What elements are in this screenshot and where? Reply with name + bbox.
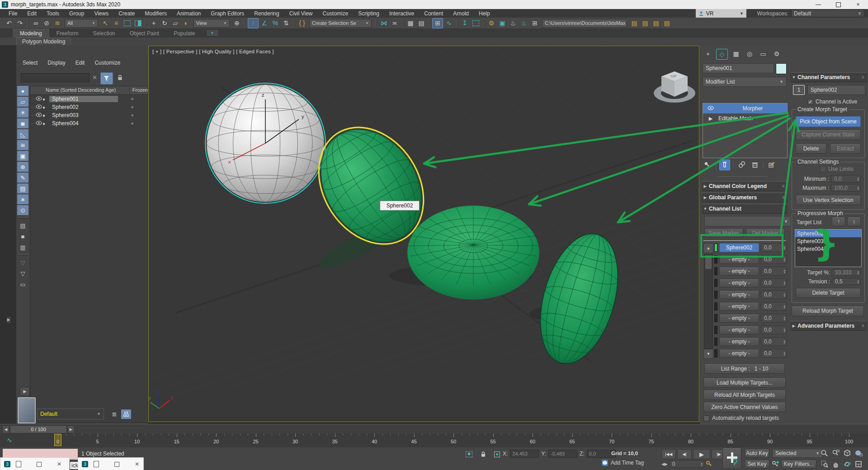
user-account-dropdown[interactable]: VR ▼ [696,9,746,18]
viewport-canvas[interactable]: z y x TOP z y x [149,46,698,421]
object-name-field[interactable]: Sphere001 [703,63,774,73]
frozen-toggle[interactable]: ∗ [131,97,134,101]
modifier-stack-item-editable-mesh[interactable]: ▶Editable Mesh [703,113,787,123]
display-hidden-icon[interactable]: ⊙ [17,205,28,215]
table-row-sphere003[interactable]: ┈ ● Sphere003 ∗ [30,111,148,119]
ribbon-tab-modeling[interactable]: Modeling [13,29,49,38]
select-object-icon[interactable]: ↖ [100,19,110,28]
use-pivot-point-icon[interactable]: ⊕ [232,19,242,28]
render-production-icon[interactable]: ♨ [508,19,518,28]
maximum-spinner[interactable]: 100,0▴▾ [831,184,861,192]
channel-value-spinner[interactable]: 0,0▴▾ [761,290,787,299]
target-list[interactable]: Sphere002Sphere003Sphere004 [795,229,862,267]
rollout-channel-parameters[interactable]: ▼ Channel Parameters ⠿ [790,72,867,82]
configure-modifier-sets-icon[interactable] [767,160,777,170]
play-icon[interactable]: ▶ [693,449,710,459]
menu-edit[interactable]: Edit [22,9,42,18]
render-toggle-icon[interactable]: ● [42,113,49,118]
tension-spinner[interactable]: 0,5▴▾ [832,278,861,285]
reference-coordinate-dropdown[interactable]: View▼ [193,19,230,28]
selection-set-dropdown[interactable]: Selected ▼ [772,449,823,458]
channel-target-button[interactable]: - empty - [719,349,759,358]
ribbon-tab-freeform[interactable]: Freeform [49,29,86,38]
window-crossing-icon[interactable] [133,19,143,28]
project-folder-dropdown[interactable]: C:\Users\virinne\Documents\3dsMax▼ [542,19,627,28]
channel-value-spinner[interactable]: 0,0▴▾ [761,349,787,358]
table-header[interactable]: Name (Sorted Descending Age) Frozen [30,86,148,95]
menu-rendering[interactable]: Rendering [249,9,284,18]
frozen-toggle[interactable]: ∗ [131,113,134,118]
delete-target-button[interactable]: Delete Target [796,288,861,298]
rendered-frame-window-icon[interactable]: ▣ [497,19,507,28]
pan-icon[interactable] [830,459,841,469]
display-particles-icon[interactable]: ∗ [17,194,28,204]
redo-icon[interactable]: ↷ [15,19,25,28]
channel-row-9[interactable]: - empty - 0,0▴▾ [714,337,787,346]
current-frame-display[interactable]: 0 / 100 [10,425,67,433]
polygon-modeling-panel-button[interactable]: Polygon Modeling [16,38,71,45]
use-limits-checkbox-row[interactable]: Use Limits [820,166,854,172]
lock-icon[interactable] [117,74,124,81]
zoom-icon[interactable] [819,448,830,458]
channel-scroll-up-button[interactable]: ▲ [703,243,713,253]
import-tray-icon[interactable]: ↧ [460,19,470,28]
menu-animation[interactable]: Animation [172,9,206,18]
workspace-dropdown[interactable]: Default ▼ [791,9,864,17]
channel-value-spinner[interactable]: 0,0▴▾ [761,314,787,323]
create-tab[interactable]: + [703,49,713,59]
table-row-sphere004[interactable]: ┈ ● Sphere004 ∗ [30,119,148,127]
object-name[interactable]: Sphere002 [49,104,118,110]
extract-button[interactable]: Extract [830,143,861,154]
object-name[interactable]: Sphere001 [49,96,118,102]
percent-snap-icon[interactable]: % [270,19,280,28]
display-xrefs-icon[interactable]: ⊕ [17,162,28,172]
view-list-icon[interactable]: ▤ [17,221,28,230]
channel-scroll-down-button[interactable]: ▼ [703,349,713,359]
channel-row-7[interactable]: - empty - 0,0▴▾ [714,314,787,323]
checkbox-icon[interactable] [820,166,826,172]
perspective-viewport[interactable]: z y x TOP z y x [ + ] [ Perspective ] [ … [148,46,699,422]
target-list-item-sphere002[interactable]: Sphere002 [795,230,861,237]
close-icon[interactable]: ✕ [135,461,139,467]
display-containers-icon[interactable]: ▤ [17,183,28,193]
display-cameras-icon[interactable]: ◙ [17,118,28,128]
render-cloud-icon[interactable]: ♨ [519,19,529,28]
dope-sheet-icon[interactable]: ▤ [416,19,426,28]
selection-filter-dropdown[interactable]: All▼ [65,19,98,28]
object-name[interactable]: Sphere003 [49,112,118,118]
zoom-extents-all-icon[interactable] [853,448,863,458]
motion-tab[interactable]: ◎ [744,49,755,59]
column-name[interactable]: Name (Sorted Descending Age) [30,86,130,94]
zero-active-channel-values-button[interactable]: Zero Active Channel Values [703,402,786,412]
x-coord-field[interactable]: 24,453 [510,450,539,458]
channel-row-1[interactable]: Sphere002 0,0▴▾ [714,243,787,252]
display-lights-icon[interactable]: ☀ [17,108,28,118]
rollout-global-parameters[interactable]: ▶ Global Parameters ⠿ [702,193,788,202]
table-row-sphere002[interactable]: ┈ ● Sphere002 ∗ [30,103,148,111]
channel-scrollbar[interactable] [704,254,713,349]
display-geometry-icon[interactable]: ● [17,86,28,96]
menu-civil-view[interactable]: Civil View [284,9,318,18]
menu-file[interactable]: File [4,9,22,18]
auto-reload-checkbox-row[interactable]: Automatically reload targets [703,415,779,421]
channel-target-button[interactable]: - empty - [719,290,759,299]
channel-value-spinner[interactable]: 0,0▴▾ [761,267,787,276]
render-setup-icon[interactable]: ⚙ [486,19,496,28]
explorer-menu-customize[interactable]: Customize [94,60,120,66]
orbit-icon[interactable] [842,459,852,469]
bind-to-space-warp-icon[interactable]: ≋ [52,19,62,28]
expand-icon[interactable]: ▶ [703,116,718,122]
ribbon-tab-object-paint[interactable]: Object Paint [123,29,166,38]
folder-open-icon[interactable]: ▤ [640,19,650,28]
move-target-down-button[interactable]: ↓ [847,216,861,226]
menu-group[interactable]: Group [64,9,89,18]
active-layer-dropdown[interactable]: Default ▼ [37,409,104,419]
checkbox-checked-icon[interactable]: ✓ [807,99,813,105]
menu-create[interactable]: Create [113,9,140,18]
channel-row-2[interactable]: - empty - 0,0▴▾ [714,255,787,264]
channel-value-spinner[interactable]: 0,0▴▾ [761,337,787,346]
auto-key-button[interactable]: Auto Key [745,449,769,458]
viewport-label[interactable]: [ + ] [ Perspective ] [ High Quality ] [… [152,49,274,54]
frozen-toggle[interactable]: ∗ [131,121,134,126]
rollout-channel-color-legend[interactable]: ▶ Channel Color Legend ⠿ [702,181,788,191]
